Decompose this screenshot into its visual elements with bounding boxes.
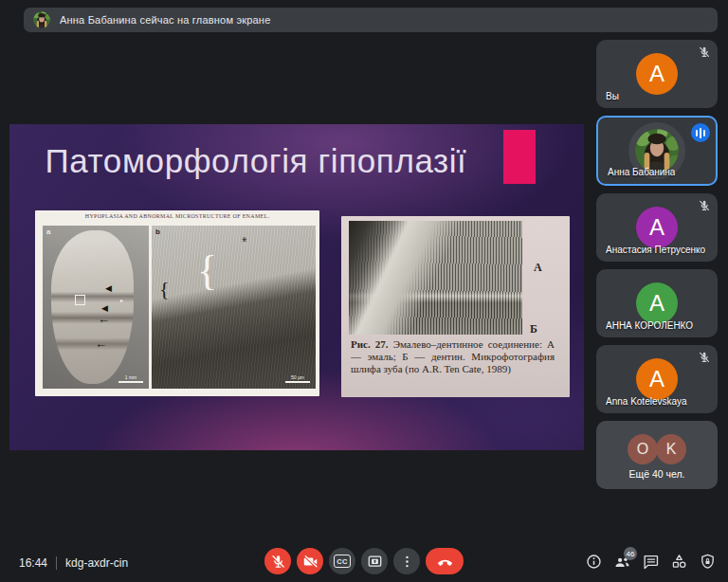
divider — [56, 556, 57, 570]
avatar: K — [656, 434, 686, 464]
presentation-stage: Патоморфологія гіпоплазії HYPOPLASIA AND… — [9, 124, 584, 450]
participant-name: Анастасия Петрусенко — [606, 245, 705, 255]
people-wrap: 46 — [613, 553, 631, 571]
call-end-icon — [436, 553, 454, 571]
figure-header: HYPOPLASIA AND ABNORMAL MICROSTRUCTURE O… — [35, 213, 319, 219]
participant-count-badge: 46 — [624, 547, 637, 560]
activities-icon — [670, 553, 688, 571]
info-icon — [585, 553, 603, 571]
panel-b-label: b — [155, 228, 160, 236]
more-vert-icon — [399, 554, 415, 570]
avatar: A — [636, 207, 678, 248]
avatar: A — [636, 282, 678, 324]
host-controls-button[interactable] — [699, 553, 717, 571]
participant-name: Вы — [606, 91, 619, 101]
scale-bar: 1 mm — [118, 374, 143, 383]
overflow-count-label: Ещё 40 чел. — [596, 468, 718, 480]
end-call-button[interactable] — [426, 548, 464, 574]
brace-marker-large: { — [197, 250, 217, 292]
call-controls: CC — [264, 548, 464, 574]
present-button[interactable] — [361, 548, 388, 574]
present-icon — [367, 554, 383, 570]
clock: 16:44 — [19, 556, 47, 570]
meeting-code: kdg-axdr-cin — [65, 556, 128, 570]
mic-off-icon — [270, 554, 286, 570]
meeting-panels: 46 — [585, 553, 717, 571]
shield-lock-icon — [699, 553, 717, 571]
participants-sidebar: A Вы — [596, 40, 718, 489]
asterisk-marker: * — [242, 235, 246, 248]
audio-level-indicator — [691, 123, 710, 142]
avatar: A — [636, 358, 678, 400]
slide-title: Патоморфологія гіпоплазії — [38, 142, 474, 180]
figure-panel-a: a ◀ ◀ ← ← ▸ 1 mm — [43, 226, 149, 389]
arrow-icon: ← — [98, 313, 110, 325]
meeting-info: 16:44 kdg-axdr-cin — [19, 556, 128, 570]
dentine-microphotograph — [349, 221, 522, 335]
panel-a-label: a — [46, 228, 50, 236]
figure-caption: Рис. 27. Эмалево–дентинное соединение: А… — [351, 338, 555, 374]
avatar: O — [628, 434, 658, 464]
presenter-photo — [33, 11, 50, 28]
participant-name: Анна Бабанина — [608, 167, 675, 177]
participant-tile[interactable]: A Анастасия Петрусенко — [596, 193, 718, 262]
presenting-banner: Анна Бабанина сейчас на главном экране — [24, 8, 718, 32]
participants-overflow-tile[interactable]: O K Ещё 40 чел. — [596, 421, 718, 489]
participant-tile[interactable]: A АННА КОРОЛЕНКО — [596, 269, 718, 337]
mic-toggle-button[interactable] — [264, 548, 291, 574]
participant-tile[interactable]: A Anna Kotelevskaya — [596, 345, 718, 413]
scale-label: 1 mm — [125, 374, 137, 380]
figure-book-page: А Б Рис. 27. Эмалево–дентинное соединени… — [341, 216, 570, 397]
participant-tile-you[interactable]: A Вы — [596, 40, 718, 108]
slide-accent-rectangle — [503, 130, 536, 184]
marker-icon: ▸ — [120, 298, 123, 303]
activities-button[interactable] — [670, 553, 688, 571]
mic-muted-icon — [698, 351, 711, 364]
meet-app: { "banner": { "text": "Анна Бабанина сей… — [0, 0, 728, 582]
presenter-avatar — [33, 11, 50, 28]
mic-muted-icon — [698, 45, 711, 59]
tooth-image — [51, 230, 134, 384]
enamel-label: А — [534, 261, 542, 275]
avatar: A — [636, 53, 678, 95]
more-options-button[interactable] — [393, 548, 420, 574]
figure-hypoplasia: HYPOPLASIA AND ABNORMAL MICROSTRUCTURE O… — [35, 210, 319, 396]
presenting-banner-text: Анна Бабанина сейчас на главном экране — [60, 14, 270, 26]
caption-number: Рис. 27. — [351, 338, 389, 350]
dentine-label: Б — [530, 322, 537, 336]
brace-marker-small: { — [159, 279, 170, 300]
chat-icon — [642, 553, 660, 571]
scale-bar: 50 µm — [285, 374, 310, 383]
scale-line — [118, 381, 143, 383]
captions-button[interactable]: CC — [329, 548, 355, 574]
scale-label: 50 µm — [291, 374, 304, 380]
chat-button[interactable] — [642, 553, 660, 571]
region-marker-square — [75, 295, 85, 305]
info-button[interactable] — [585, 553, 603, 571]
captions-icon: CC — [334, 555, 351, 568]
arrow-icon: ← — [95, 337, 107, 350]
mic-muted-icon — [698, 199, 711, 212]
figure-panel-b: b * { { 50 µm — [152, 226, 316, 389]
arrowhead-icon: ◀ — [105, 284, 112, 293]
camera-toggle-button[interactable] — [297, 548, 323, 574]
camera-off-icon — [302, 554, 318, 570]
participant-name: АННА КОРОЛЕНКО — [606, 320, 693, 331]
participant-tile-speaking[interactable]: Анна Бабанина — [596, 116, 718, 186]
scale-line — [285, 381, 310, 383]
participant-name: Anna Kotelevskaya — [606, 396, 687, 407]
overflow-avatars: O K — [628, 434, 686, 464]
